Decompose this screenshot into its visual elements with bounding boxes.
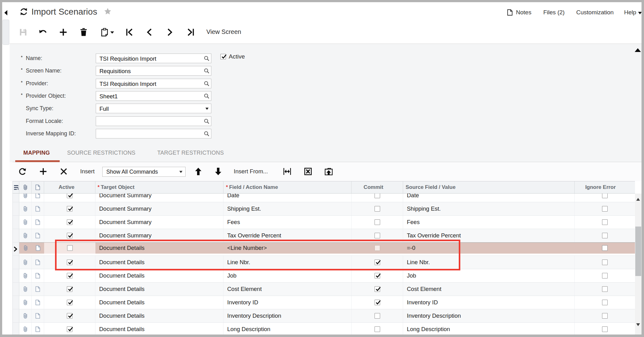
cell-target-object[interactable]: Document Details	[95, 283, 223, 296]
ignore-error-checkbox[interactable]	[602, 245, 608, 251]
cell-active[interactable]	[44, 242, 95, 254]
cell-field-action-name[interactable]: Long Description	[223, 323, 352, 335]
insert-from-button[interactable]: Insert From...	[234, 168, 268, 175]
move-row-up-button[interactable]	[194, 167, 203, 176]
lookup-magnifier-icon[interactable]	[204, 56, 209, 61]
active-row-checkbox[interactable]	[67, 273, 72, 278]
tab-target-restrictions[interactable]: TARGET RESTRICTIONS	[157, 150, 224, 156]
cell-ignore-error[interactable]	[575, 194, 635, 202]
field-input[interactable]: Full	[96, 104, 211, 113]
cell-source-field-value[interactable]: =-0	[403, 242, 575, 254]
active-row-checkbox[interactable]	[67, 300, 72, 305]
favorite-star-icon[interactable]	[104, 7, 112, 15]
lookup-magnifier-icon[interactable]	[204, 81, 209, 87]
cell-ignore-error[interactable]	[575, 296, 635, 309]
row-attachment-cell[interactable]	[19, 229, 32, 242]
cell-source-field-value[interactable]: Inventory Description	[403, 309, 575, 322]
cell-target-object[interactable]: Document Details	[95, 309, 223, 322]
cell-field-action-name[interactable]: Cost Element	[223, 283, 352, 296]
row-note-cell[interactable]	[32, 323, 44, 335]
cell-ignore-error[interactable]	[575, 242, 635, 254]
grid-header-attachments[interactable]	[19, 181, 32, 193]
row-note-cell[interactable]	[32, 194, 44, 202]
cell-target-object[interactable]: Document Summary	[95, 229, 223, 242]
go-next-button[interactable]	[165, 28, 174, 36]
commit-checkbox[interactable]	[375, 286, 380, 292]
table-row[interactable]: Document DetailsLong DescriptionLong Des…	[13, 323, 635, 335]
commit-checkbox[interactable]	[375, 273, 380, 278]
cell-ignore-error[interactable]	[575, 283, 635, 296]
row-note-cell[interactable]	[32, 296, 44, 309]
cell-active[interactable]	[44, 202, 95, 215]
grid-delete-row-button[interactable]	[59, 167, 68, 176]
cell-target-object[interactable]: Document Details	[95, 242, 223, 254]
active-checkbox[interactable]	[220, 54, 226, 59]
table-row[interactable]: Document SummaryFeesFees	[13, 216, 635, 229]
commit-checkbox[interactable]	[375, 233, 380, 238]
cell-source-field-value[interactable]: Line Nbr.	[403, 256, 575, 269]
grid-add-row-button[interactable]	[39, 167, 48, 176]
cell-commit[interactable]	[352, 216, 403, 229]
cell-ignore-error[interactable]	[575, 202, 635, 215]
field-input[interactable]: TSI Requisition Import	[96, 54, 211, 63]
row-indicator-cell[interactable]	[13, 323, 19, 335]
cell-target-object[interactable]: Document Summary	[95, 216, 223, 229]
row-indicator-cell[interactable]	[13, 194, 19, 202]
cell-target-object[interactable]: Document Details	[95, 296, 223, 309]
ignore-error-checkbox[interactable]	[602, 286, 608, 292]
cell-source-field-value[interactable]: Cost Element	[403, 283, 575, 296]
row-note-cell[interactable]	[32, 283, 44, 296]
cell-ignore-error[interactable]	[575, 323, 635, 335]
ignore-error-checkbox[interactable]	[602, 273, 608, 278]
row-indicator-cell[interactable]	[13, 296, 19, 309]
scrollbar-down-icon[interactable]	[636, 323, 640, 326]
table-row[interactable]: Document DetailsLine Nbr.Line Nbr.	[13, 256, 635, 269]
grid-header-ignore-error[interactable]: Ignore Error	[575, 181, 635, 193]
ignore-error-checkbox[interactable]	[602, 300, 608, 305]
field-input[interactable]: Sheet1	[96, 91, 211, 101]
row-attachment-cell[interactable]	[19, 256, 32, 269]
cell-field-action-name[interactable]: Line Nbr.	[223, 256, 352, 269]
grid-header-target-object[interactable]: *Target Object	[95, 181, 223, 193]
active-row-checkbox[interactable]	[67, 245, 73, 251]
row-attachment-cell[interactable]	[19, 296, 32, 309]
row-indicator-cell[interactable]	[13, 216, 19, 229]
cell-ignore-error[interactable]	[575, 269, 635, 282]
grid-vertical-scrollbar[interactable]	[635, 194, 642, 335]
add-new-button[interactable]	[59, 28, 67, 36]
row-attachment-cell[interactable]	[19, 309, 32, 322]
customization-link[interactable]: Customization	[576, 9, 614, 16]
row-indicator-cell[interactable]	[13, 242, 19, 255]
row-note-cell[interactable]	[32, 309, 44, 322]
lookup-magnifier-icon[interactable]	[204, 119, 209, 124]
row-indicator-cell[interactable]	[13, 269, 19, 282]
lookup-magnifier-icon[interactable]	[204, 93, 209, 99]
cell-source-field-value[interactable]: Fees	[403, 216, 575, 229]
grid-header-field-action-name[interactable]: *Field / Action Name	[223, 181, 352, 193]
row-indicator-cell[interactable]	[13, 202, 19, 215]
cell-source-field-value[interactable]: Job	[403, 269, 575, 282]
row-note-cell[interactable]	[32, 269, 44, 282]
cell-field-action-name[interactable]: <Line Number>	[223, 242, 352, 254]
cell-commit[interactable]	[352, 309, 403, 322]
row-attachment-cell[interactable]	[19, 269, 32, 282]
table-row[interactable]: Document SummaryTax Override PercentTax …	[13, 229, 635, 242]
grid-header-active[interactable]: Active	[44, 181, 95, 193]
cell-commit[interactable]	[352, 194, 403, 202]
table-row-selected[interactable]: Document Details<Line Number>=-0	[13, 242, 635, 256]
row-note-cell[interactable]	[32, 242, 44, 254]
cell-commit[interactable]	[352, 296, 403, 309]
grid-header-commit[interactable]: Commit	[352, 181, 403, 193]
cell-commit[interactable]	[352, 256, 403, 269]
notes-icon[interactable]	[507, 9, 513, 16]
row-attachment-cell[interactable]	[19, 216, 32, 229]
scrollbar-thumb[interactable]	[635, 227, 641, 276]
table-row[interactable]: Document DetailsInventory DescriptionInv…	[13, 309, 635, 323]
help-link[interactable]: Help	[624, 9, 636, 16]
cell-active[interactable]	[44, 256, 95, 269]
row-note-cell[interactable]	[32, 229, 44, 242]
ignore-error-checkbox[interactable]	[602, 326, 608, 332]
files-link[interactable]: Files (2)	[543, 9, 565, 16]
grid-header-source-field-value[interactable]: Source Field / Value	[403, 181, 575, 193]
cell-target-object[interactable]: Document Summary	[95, 194, 223, 202]
